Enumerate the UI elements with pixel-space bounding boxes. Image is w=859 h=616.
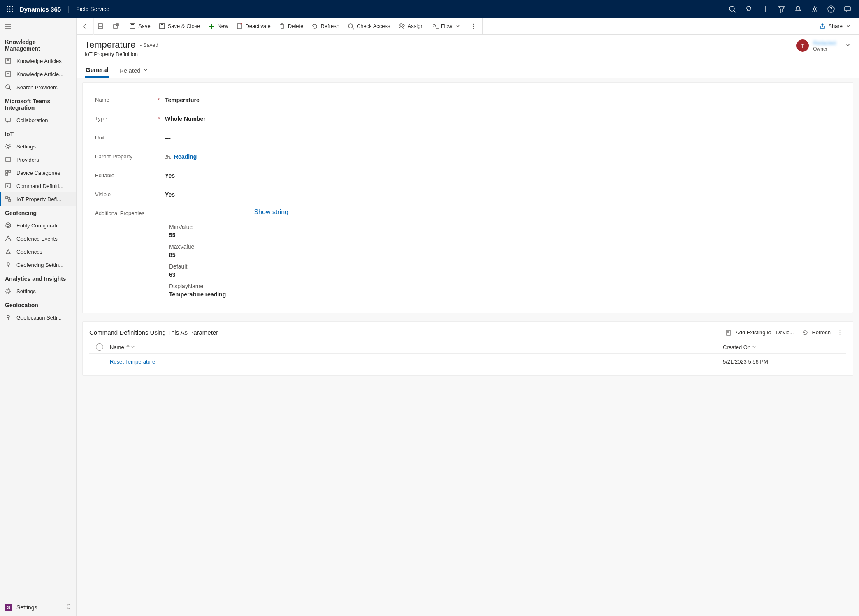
plus-icon[interactable] [757, 1, 773, 17]
delete-button[interactable]: Delete [275, 18, 308, 35]
sidebar-item[interactable]: Geofences [0, 245, 76, 258]
nav-group-title: Knowledge Management [0, 35, 76, 54]
sidebar-item[interactable]: Entity Configurati... [0, 219, 76, 232]
svg-rect-33 [6, 170, 8, 172]
svg-rect-36 [6, 184, 11, 188]
nav-group-title: Geofencing [0, 206, 76, 219]
popout-button[interactable] [109, 18, 125, 35]
record-title: Temperature [85, 39, 136, 50]
default-key: Default [169, 263, 840, 270]
field-parent-property[interactable]: Parent Property Reading [95, 148, 840, 167]
gear-icon[interactable] [806, 1, 823, 17]
owner-block[interactable]: T Redacted Owner [796, 39, 851, 52]
svg-point-6 [7, 11, 8, 12]
sidebar-item[interactable]: Providers [0, 153, 76, 166]
sidebar-item[interactable]: Knowledge Articles [0, 54, 76, 67]
back-button[interactable] [78, 18, 94, 35]
sidebar-item[interactable]: IoT Property Defi... [0, 192, 76, 206]
brand-name[interactable]: Dynamics 365 [20, 6, 69, 13]
owner-label: Owner [813, 46, 836, 52]
global-header: Dynamics 365 Field Service [0, 0, 859, 18]
svg-point-9 [729, 6, 734, 11]
lightbulb-icon[interactable] [741, 1, 757, 17]
sidebar-item[interactable]: Collaboration [0, 113, 76, 127]
add-existing-button[interactable]: Add Existing IoT Devic... [726, 329, 794, 336]
field-type[interactable]: Type * Whole Number [95, 110, 840, 129]
sidebar-item[interactable]: Search Providers [0, 81, 76, 94]
field-name[interactable]: Name * Temperature [95, 91, 840, 110]
sidebar-item[interactable]: Knowledge Article... [0, 67, 76, 81]
field-unit[interactable]: Unit --- [95, 129, 840, 148]
svg-point-8 [12, 11, 13, 12]
save-close-button[interactable]: Save & Close [155, 18, 204, 35]
col-created-on[interactable]: Created On [723, 344, 846, 350]
subgrid-overflow-button[interactable] [837, 329, 846, 336]
app-launcher-icon[interactable] [3, 2, 16, 16]
filter-icon[interactable] [773, 1, 790, 17]
bell-icon[interactable] [790, 1, 806, 17]
area-switcher[interactable]: S Settings [0, 598, 76, 616]
nav-group-title: Geolocation [0, 298, 76, 311]
svg-line-10 [734, 11, 736, 12]
table-row[interactable]: Reset Temperature5/21/2023 5:56 PM [89, 354, 846, 370]
subgrid-refresh-button[interactable]: Refresh [802, 329, 831, 336]
search-icon[interactable] [724, 1, 741, 17]
show-string-link[interactable]: Show string [254, 208, 288, 215]
sidebar-item[interactable]: Command Definiti... [0, 179, 76, 192]
default-val[interactable]: 63 [169, 271, 840, 278]
check-access-button[interactable]: Check Access [344, 18, 395, 35]
parent-link[interactable]: Reading [174, 153, 197, 160]
record-status: - Saved [140, 42, 158, 48]
help-icon[interactable] [823, 1, 839, 17]
tab-general[interactable]: General [85, 63, 109, 78]
maxvalue-key: MaxValue [169, 243, 840, 250]
svg-rect-52 [161, 24, 163, 25]
refresh-button[interactable]: Refresh [307, 18, 344, 35]
svg-point-32 [7, 159, 7, 160]
assistant-icon[interactable] [839, 1, 856, 17]
svg-point-66 [840, 330, 841, 331]
sidebar-item[interactable]: Geofence Events [0, 232, 76, 245]
svg-point-2 [12, 6, 13, 7]
svg-point-3 [7, 9, 8, 10]
svg-point-42 [7, 263, 9, 265]
sidebar-item[interactable]: Settings [0, 140, 76, 153]
row-name-link[interactable]: Reset Temperature [110, 359, 155, 365]
field-editable[interactable]: Editable Yes [95, 167, 840, 185]
col-name[interactable]: Name [110, 344, 723, 350]
svg-point-14 [813, 8, 816, 10]
overflow-button[interactable] [467, 18, 483, 35]
flow-button[interactable]: Flow [428, 18, 467, 35]
minvalue-key: MinValue [169, 224, 840, 230]
module-name[interactable]: Field Service [69, 6, 109, 12]
displayname-val[interactable]: Temperature reading [169, 291, 840, 298]
new-button[interactable]: New [204, 18, 232, 35]
minvalue-val[interactable]: 55 [169, 232, 840, 239]
field-visible[interactable]: Visible Yes [95, 185, 840, 204]
svg-point-27 [6, 85, 10, 89]
subgrid-card: Command Definitions Using This As Parame… [82, 321, 853, 376]
sidebar-item[interactable]: Settings [0, 285, 76, 298]
svg-point-61 [473, 25, 474, 27]
subgrid-title: Command Definitions Using This As Parame… [89, 329, 218, 336]
main-area: Save Save & Close New Deactivate Delete … [77, 18, 859, 616]
svg-point-57 [348, 24, 353, 28]
area-label: Settings [16, 604, 37, 611]
maxvalue-val[interactable]: 85 [169, 252, 840, 258]
save-button[interactable]: Save [125, 18, 155, 35]
open-record-set-button[interactable] [94, 18, 109, 35]
sidebar-toggle[interactable] [0, 18, 76, 35]
assign-button[interactable]: Assign [395, 18, 428, 35]
share-button[interactable]: Share [815, 18, 857, 35]
deactivate-button[interactable]: Deactivate [232, 18, 274, 35]
sidebar-item[interactable]: Device Categories [0, 166, 76, 179]
command-bar: Save Save & Close New Deactivate Delete … [77, 18, 859, 35]
nav-group-title: Microsoft Teams Integration [0, 94, 76, 113]
nav-group-title: Analytics and Insights [0, 271, 76, 285]
tab-related[interactable]: Related [118, 63, 149, 78]
area-initial: S [5, 604, 12, 611]
chevron-down-icon[interactable] [845, 42, 851, 49]
sidebar-item[interactable]: Geolocation Setti... [0, 311, 76, 324]
sidebar-item[interactable]: Geofencing Settin... [0, 258, 76, 271]
select-all-checkbox[interactable] [89, 343, 110, 351]
